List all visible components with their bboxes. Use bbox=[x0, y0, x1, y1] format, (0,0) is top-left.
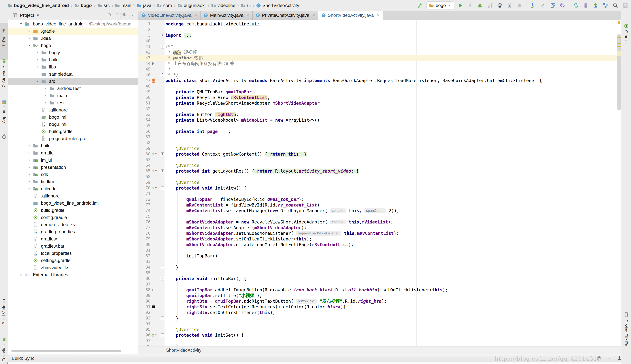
code-line[interactable]: 2 bbox=[138, 27, 617, 32]
code-line[interactable]: 59 @Override bbox=[138, 146, 617, 151]
editor-scrollbar-thumb[interactable] bbox=[617, 34, 620, 110]
code-line[interactable]: 77 mRvContentList.setAdapter(mShortVideo… bbox=[138, 225, 617, 230]
code-line[interactable]: 57 bbox=[138, 134, 617, 140]
code-line[interactable]: 79 mShortVideoAdapter.setOnItemClickList… bbox=[138, 236, 617, 242]
breadcrumb-item[interactable]: java bbox=[137, 3, 151, 8]
close-tab-icon[interactable]: × bbox=[194, 12, 197, 18]
fold-expand-icon[interactable]: + bbox=[161, 34, 164, 37]
tree-item[interactable]: build bbox=[8, 56, 138, 63]
code-line[interactable]: 51 private RecycleViewShortVideoAdapter … bbox=[138, 100, 617, 106]
code-line[interactable]: 75 bbox=[138, 214, 617, 219]
lightning-icon[interactable] bbox=[467, 2, 474, 9]
warning-stripe-mark[interactable] bbox=[617, 46, 621, 47]
tree-item[interactable]: proguard-rules.pro bbox=[8, 135, 138, 142]
gradle-sync-icon[interactable] bbox=[573, 2, 579, 9]
phone-debug-icon[interactable] bbox=[506, 2, 513, 9]
code-line[interactable]: 58 bbox=[138, 140, 617, 146]
avd-icon[interactable] bbox=[583, 2, 589, 9]
code-line[interactable]: 43 * @author 魏鹏 bbox=[138, 55, 617, 61]
stop-icon[interactable] bbox=[516, 2, 523, 9]
tool-stripe-button[interactable]: Favorites bbox=[2, 344, 7, 361]
tree-item[interactable]: bugly bbox=[8, 49, 138, 56]
tree-item[interactable]: zhinvvideo.jks bbox=[8, 264, 138, 271]
fold-expand-icon[interactable]: + bbox=[161, 152, 164, 156]
tree-expand-arrow-icon[interactable] bbox=[26, 166, 33, 169]
structure-icon[interactable] bbox=[602, 2, 609, 9]
code-line[interactable]: 81 bbox=[138, 248, 617, 253]
code-line[interactable]: 72 qmuiTopBar = findViewById(R.id.qmui_t… bbox=[138, 196, 617, 202]
tree-item[interactable]: build.gradle bbox=[8, 128, 138, 135]
breadcrumb-item[interactable]: com bbox=[157, 3, 172, 8]
tree-item[interactable]: test bbox=[8, 99, 138, 106]
tree-expand-arrow-icon[interactable] bbox=[26, 151, 33, 155]
tree-expand-arrow-icon[interactable] bbox=[42, 86, 49, 90]
code-line[interactable]: 95 @Override bbox=[138, 327, 617, 332]
code-line[interactable]: 60O+ protected Context getNowContext() {… bbox=[138, 151, 617, 157]
tree-item[interactable]: .gitignore bbox=[8, 192, 138, 200]
locate-file-icon[interactable] bbox=[106, 12, 112, 18]
collapse-all-icon[interactable] bbox=[114, 12, 120, 18]
code-line[interactable]: 41−/** bbox=[138, 44, 617, 50]
tree-item[interactable]: demon_video.jks bbox=[8, 221, 138, 228]
override-method-icon[interactable]: O bbox=[151, 169, 158, 173]
vcs-update-icon[interactable] bbox=[530, 2, 536, 9]
tree-item[interactable]: .idea bbox=[8, 35, 138, 42]
code-line[interactable]: 87 bbox=[138, 282, 617, 287]
editor-tab[interactable]: CVideoLineActivity.java× bbox=[138, 11, 200, 20]
code-line[interactable]: 42 * @dw 短视频 bbox=[138, 50, 617, 55]
code-line[interactable]: 78 mShortVideoAdapter.setOnLoadMoreListe… bbox=[138, 230, 617, 236]
tree-item[interactable]: settings.gradle bbox=[8, 257, 138, 264]
breadcrumb-item[interactable]: bogo bbox=[74, 3, 92, 8]
tool-stripe-button[interactable]: Build Variants bbox=[2, 299, 7, 324]
fold-expand-icon[interactable]: + bbox=[161, 169, 164, 173]
tree-item[interactable]: local.properties bbox=[8, 250, 138, 257]
fold-collapse-icon[interactable]: − bbox=[161, 186, 164, 190]
project-panel-title[interactable]: Project bbox=[20, 13, 34, 18]
tree-item[interactable]: .gradle bbox=[8, 28, 138, 35]
warning-stripe-mark[interactable] bbox=[617, 44, 621, 44]
code-line[interactable]: 71 bbox=[138, 191, 617, 196]
breadcrumb-item[interactable]: ui bbox=[241, 3, 251, 8]
code-line[interactable]: 93ˆ } bbox=[138, 315, 617, 321]
tree-expand-arrow-icon[interactable] bbox=[42, 94, 49, 98]
toolwindow-switcher-icon[interactable] bbox=[3, 362, 8, 364]
hammer-icon[interactable] bbox=[417, 2, 423, 9]
code-line[interactable]: 69 @Override bbox=[138, 180, 617, 185]
code-line[interactable]: 84ˆ } bbox=[138, 264, 617, 270]
settings-gear-icon[interactable] bbox=[596, 355, 602, 361]
warning-stripe-mark[interactable] bbox=[617, 37, 621, 38]
profile-icon[interactable] bbox=[487, 2, 493, 9]
tree-expand-arrow-icon[interactable] bbox=[34, 58, 41, 62]
breadcrumb-item[interactable]: CShortVideoActivity bbox=[256, 3, 299, 8]
sdk-icon[interactable] bbox=[592, 2, 599, 9]
code-line[interactable]: 49 private QMUITopBar qmuiTopBar; bbox=[138, 89, 617, 95]
fold-end-icon[interactable]: ˆ bbox=[161, 266, 164, 269]
tree-expand-arrow-icon[interactable] bbox=[26, 158, 33, 162]
tree-expand-arrow-icon[interactable] bbox=[26, 187, 33, 191]
run-configuration-select[interactable]: bogo bbox=[427, 2, 454, 10]
code-line[interactable]: 65O+ protected int getLayoutRes() { retu… bbox=[138, 168, 617, 174]
avatar-icon[interactable] bbox=[622, 2, 628, 9]
tree-item[interactable]: src bbox=[8, 78, 138, 85]
phone-icon[interactable] bbox=[624, 312, 629, 317]
class-gutter-icon[interactable]: <> bbox=[151, 78, 156, 83]
tree-item[interactable]: androidTest bbox=[8, 85, 138, 92]
error-stripe[interactable] bbox=[617, 20, 621, 346]
hide-panel-icon[interactable] bbox=[130, 12, 137, 18]
tree-item[interactable]: bogo_video_line_android.iml bbox=[8, 200, 138, 207]
tree-item[interactable]: build bbox=[8, 142, 138, 149]
breadcrumb-item[interactable]: videoline bbox=[211, 3, 235, 8]
tree-item[interactable]: bogo_video_line_android~/Desktop/work/bu… bbox=[8, 20, 138, 28]
tree-collapse-arrow-icon[interactable] bbox=[17, 22, 25, 26]
fold-collapse-icon[interactable]: − bbox=[161, 334, 164, 337]
stopwatch-icon[interactable] bbox=[2, 134, 7, 139]
debug-icon[interactable] bbox=[477, 2, 483, 9]
tree-item[interactable]: gradlew bbox=[8, 235, 138, 242]
breadcrumb-item[interactable]: src bbox=[97, 3, 110, 8]
close-tab-icon[interactable]: × bbox=[246, 12, 249, 18]
download-icon[interactable] bbox=[616, 355, 623, 361]
tree-expand-arrow-icon[interactable] bbox=[34, 51, 41, 54]
tree-item[interactable]: bogo bbox=[8, 42, 138, 49]
code-line[interactable]: 98 } bbox=[138, 344, 617, 346]
code-line[interactable]: 74 mRvContentList.setLayoutManager(new G… bbox=[138, 208, 617, 214]
